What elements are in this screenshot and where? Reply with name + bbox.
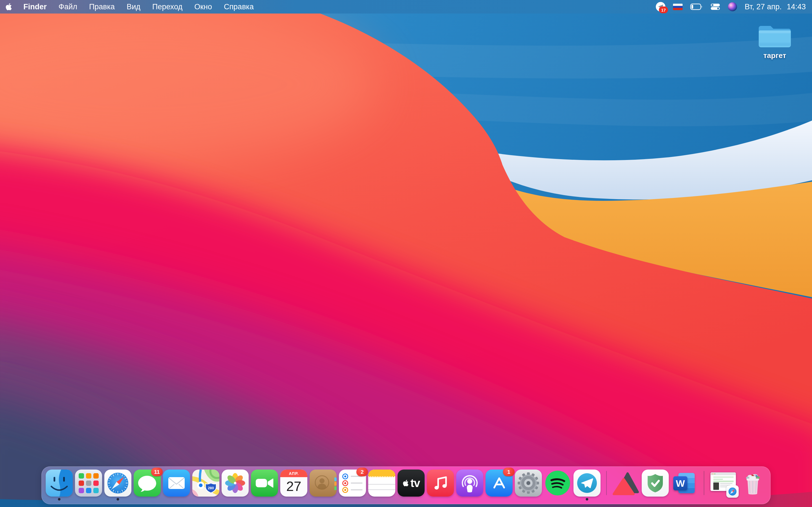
calendar-day: 27 [280, 476, 307, 497]
dock-item-podcasts[interactable] [456, 469, 483, 497]
telegram-icon [573, 469, 601, 497]
apple-logo-icon [5, 3, 12, 11]
dock-item-trash[interactable] [739, 469, 766, 497]
desktop-folder-target[interactable]: таргет [752, 21, 797, 60]
menu-item-file[interactable]: Файл [53, 0, 83, 13]
apple-menu[interactable] [0, 0, 17, 13]
podcasts-icon [456, 469, 483, 497]
running-indicator [58, 498, 61, 501]
menu-item-view[interactable]: Вид [121, 0, 146, 13]
triangle-app-icon [612, 469, 640, 497]
safari-mini-badge-icon [726, 485, 739, 498]
dock-item-notes[interactable] [368, 469, 395, 497]
siri-icon[interactable] [728, 2, 737, 11]
dock-item-music[interactable] [427, 469, 454, 497]
menu-item-window[interactable]: Окно [188, 0, 218, 13]
menu-bar: Finder Файл Правка Вид Переход Окно Спра… [0, 0, 812, 13]
word-label: W [676, 478, 685, 489]
dock-item-photos[interactable] [221, 469, 249, 497]
spotify-icon [544, 469, 571, 497]
folder-icon [758, 21, 792, 48]
desktop-screen: Finder Файл Правка Вид Переход Окно Спра… [0, 0, 812, 507]
tv-label: tv [410, 477, 420, 490]
notes-icon [368, 469, 395, 497]
finder-icon [46, 469, 73, 497]
running-indicator [586, 498, 589, 501]
photos-icon [221, 469, 249, 497]
battery-icon[interactable] [690, 3, 703, 10]
input-language-flag-ru[interactable] [673, 4, 682, 10]
apple-logo-small-icon [402, 479, 409, 487]
dock-item-triangle-app[interactable] [612, 469, 640, 497]
dock-item-word[interactable]: W [671, 469, 698, 497]
dock-item-finder[interactable] [46, 469, 73, 497]
dock-item-safari[interactable] [104, 469, 132, 497]
menu-bar-clock[interactable]: Вт, 27 апр. 14:43 [745, 3, 806, 11]
word-icon: W [671, 469, 698, 497]
folder-label: таргет [763, 51, 786, 60]
adguard-shield-icon [642, 469, 669, 497]
maps-route-label: 280 [208, 486, 214, 490]
dock-item-system-preferences[interactable] [515, 469, 542, 497]
dock-item-facetime[interactable] [251, 469, 278, 497]
dock-item-reminders[interactable]: 2 [339, 469, 366, 497]
dock-item-telegram[interactable] [573, 469, 601, 497]
launchpad-icon [75, 469, 102, 497]
calendar-icon: АПР. 27 [280, 469, 307, 497]
clock-date: Вт, 27 апр. [745, 3, 781, 11]
dock-item-minimized-window[interactable] [710, 469, 737, 497]
trash-full-icon [739, 469, 766, 497]
facetime-icon [251, 469, 278, 497]
telegram-unread-badge: 17 [659, 6, 668, 13]
dock-item-launchpad[interactable] [75, 469, 102, 497]
contacts-icon [310, 469, 337, 497]
control-center-icon[interactable] [710, 3, 720, 10]
dock-item-calendar[interactable]: АПР. 27 [280, 469, 307, 497]
clock-time: 14:43 [786, 3, 806, 11]
mail-icon [163, 469, 190, 497]
dock-divider [606, 471, 607, 495]
messages-badge: 11 [151, 467, 163, 476]
system-preferences-icon [515, 469, 542, 497]
maps-icon: 280 [192, 469, 219, 497]
dock-item-apple-tv[interactable]: tv [398, 469, 424, 497]
dock-item-adguard[interactable] [642, 469, 669, 497]
dock-item-maps[interactable]: 280 [192, 469, 219, 497]
big-sur-wallpaper [0, 0, 812, 507]
safari-icon [104, 469, 132, 497]
dock-divider [704, 471, 704, 495]
menu-bar-status: 17 Вт, 27 апр. 14:43 [656, 0, 812, 13]
dock-item-messages[interactable]: 11 [134, 469, 161, 497]
menu-item-finder[interactable]: Finder [17, 0, 53, 13]
dock-item-mail[interactable] [163, 469, 190, 497]
running-indicator [117, 498, 119, 501]
dock-item-app-store[interactable]: 1 [486, 469, 513, 497]
dock-item-spotify[interactable] [544, 469, 571, 497]
music-icon [427, 469, 454, 497]
menu-bar-left: Finder Файл Правка Вид Переход Окно Спра… [0, 0, 260, 13]
dock-item-contacts[interactable] [310, 469, 337, 497]
telegram-status-icon[interactable]: 17 [656, 2, 665, 11]
menu-item-go[interactable]: Переход [146, 0, 188, 13]
app-store-badge: 1 [503, 467, 515, 476]
menu-item-help[interactable]: Справка [218, 0, 260, 13]
dock: 11 [42, 466, 770, 504]
apple-tv-icon: tv [398, 469, 424, 497]
menu-item-edit[interactable]: Правка [83, 0, 121, 13]
reminders-badge: 2 [356, 467, 368, 476]
